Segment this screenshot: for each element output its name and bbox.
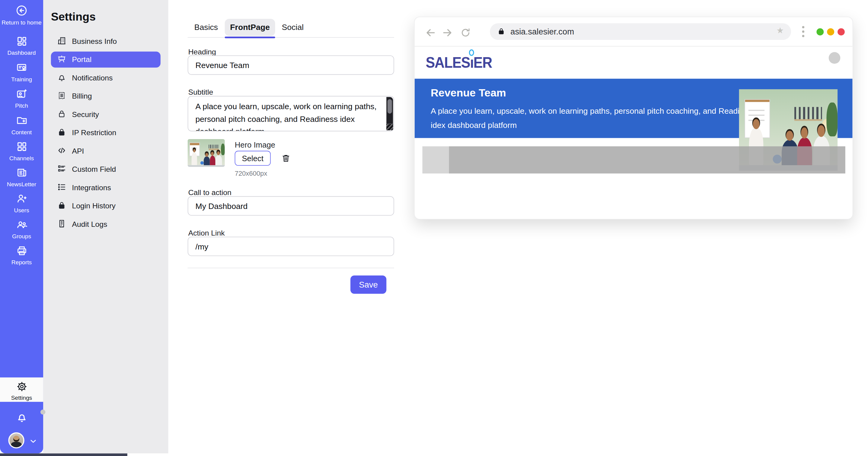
site-header: SALESıER: [415, 46, 852, 79]
nav-pitch[interactable]: Pitch: [0, 88, 43, 109]
back-icon[interactable]: [425, 27, 437, 41]
settings-item-ip-restriction[interactable]: IP Restriction: [51, 124, 161, 141]
nav-label: Return to home: [0, 19, 43, 26]
easel-icon: [57, 54, 72, 65]
certificate-icon: [0, 62, 43, 74]
nav-training[interactable]: Training: [0, 62, 43, 83]
user-avatar: [8, 432, 24, 449]
plant: [221, 144, 225, 155]
settings-title: Settings: [51, 10, 96, 23]
lock-icon: [497, 27, 505, 38]
site-avatar-placeholder[interactable]: [829, 52, 840, 63]
nav-groups[interactable]: Groups: [0, 219, 43, 240]
nav-users[interactable]: Users: [0, 193, 43, 214]
nav-newsletter[interactable]: NewsLetter: [0, 167, 43, 188]
settings-item-login-history[interactable]: Login History: [51, 198, 161, 214]
heading-input[interactable]: [188, 55, 394, 75]
nav-label: Reports: [0, 259, 43, 266]
app-nav-rail: Return to home Dashboard Training Pitch: [0, 0, 43, 453]
subtitle-label: Subtitle: [188, 88, 213, 96]
settings-item-label: IP Restriction: [72, 129, 116, 137]
address-bar[interactable]: asia.salesier.com ★: [490, 23, 791, 40]
tab-frontpage[interactable]: FrontPage: [225, 19, 275, 36]
nav-dashboard[interactable]: Dashboard: [0, 35, 43, 56]
portal-frontpage-editor: Basics FrontPage Social Heading Subtitle…: [188, 0, 394, 310]
hero-image-label: Hero Image: [235, 140, 275, 149]
settings-item-label: Business Info: [72, 37, 117, 45]
nav-return-home[interactable]: Return to home: [0, 4, 43, 26]
settings-item-label: Security: [72, 110, 99, 118]
traffic-light-amber[interactable]: [827, 28, 834, 35]
nav-label: Content: [0, 129, 43, 136]
bell-icon: [57, 72, 72, 83]
bookshelf: [208, 142, 219, 150]
url-text: asia.salesier.com: [510, 27, 574, 36]
app-root: Return to home Dashboard Training Pitch: [0, 0, 868, 456]
settings-item-api[interactable]: API: [51, 143, 161, 159]
form-divider: [188, 267, 394, 268]
lock-filled-icon: [57, 127, 72, 139]
settings-item-custom-field[interactable]: Custom Field: [51, 161, 161, 177]
resize-grip[interactable]: [386, 124, 393, 130]
settings-sidebar: Settings Business Info Portal Notificati…: [43, 0, 168, 453]
desk: [188, 165, 225, 167]
settings-item-security[interactable]: Security: [51, 107, 161, 122]
ledger-icon: [57, 219, 72, 230]
settings-item-portal[interactable]: Portal: [51, 51, 161, 67]
grid-icon: [0, 141, 43, 152]
person: [191, 152, 197, 165]
content-placeholder-block: [423, 146, 449, 174]
cta-label: Call to action: [188, 189, 231, 197]
code-icon: [57, 145, 72, 156]
notifications-bell-button[interactable]: [0, 411, 43, 425]
nav-label: Dashboard: [0, 49, 43, 56]
nav-channels[interactable]: Channels: [0, 141, 43, 162]
browser-preview-window: asia.salesier.com ★ SALESıER Revenue Tea…: [414, 17, 853, 220]
traffic-light-green[interactable]: [817, 28, 824, 35]
photo-sparkle-icon: [0, 88, 43, 99]
hero-select-button[interactable]: Select: [235, 151, 271, 166]
logo-i-dot: ı: [470, 54, 473, 72]
nav-reports[interactable]: Reports: [0, 245, 43, 266]
lock-outline-icon: [57, 109, 72, 120]
newspaper-icon: [0, 167, 43, 178]
traffic-light-red[interactable]: [837, 28, 845, 35]
action-link-input[interactable]: [188, 237, 394, 256]
settings-item-integrations[interactable]: Integrations: [51, 180, 161, 196]
editor-tabs: Basics FrontPage Social: [188, 18, 394, 37]
user-menu[interactable]: [8, 432, 41, 449]
gear-icon: [0, 381, 43, 392]
settings-item-notifications[interactable]: Notifications: [51, 70, 161, 86]
content-placeholder-bar: [449, 146, 845, 174]
textarea-scrollbar[interactable]: [386, 97, 393, 130]
bookmark-star-icon[interactable]: ★: [776, 25, 784, 35]
settings-item-label: Login History: [72, 202, 115, 210]
person: [204, 156, 210, 165]
notification-dot: [40, 410, 45, 415]
scrollbar-thumb[interactable]: [388, 99, 392, 114]
active-tab-indicator: [225, 36, 275, 38]
settings-item-billing[interactable]: Billing: [51, 88, 161, 104]
nav-label: Training: [0, 76, 43, 83]
plant: [827, 102, 837, 136]
nav-label: Groups: [0, 233, 43, 240]
hero-size-hint: 720x600px: [235, 170, 267, 177]
nav-content[interactable]: Content: [0, 115, 43, 136]
forward-icon[interactable]: [441, 27, 453, 41]
settings-item-business-info[interactable]: Business Info: [51, 33, 161, 49]
tab-basics[interactable]: Basics: [194, 23, 218, 31]
cta-input[interactable]: [188, 196, 394, 216]
save-button[interactable]: Save: [350, 276, 386, 294]
reload-icon[interactable]: [460, 27, 471, 40]
browser-toolbar: asia.salesier.com ★: [415, 17, 852, 46]
settings-item-label: Notifications: [72, 74, 113, 82]
trash-icon[interactable]: [281, 153, 290, 165]
settings-item-audit-logs[interactable]: Audit Logs: [51, 216, 161, 232]
tab-social[interactable]: Social: [282, 23, 304, 31]
browser-menu-icon[interactable]: [802, 26, 804, 39]
lock-filled-icon: [57, 200, 72, 212]
folder-plus-icon: [0, 115, 43, 126]
settings-item-label: Audit Logs: [72, 220, 107, 228]
subtitle-textarea[interactable]: A place you learn, upscale, work on lear…: [188, 96, 394, 131]
nav-settings-active[interactable]: Settings: [0, 377, 43, 402]
